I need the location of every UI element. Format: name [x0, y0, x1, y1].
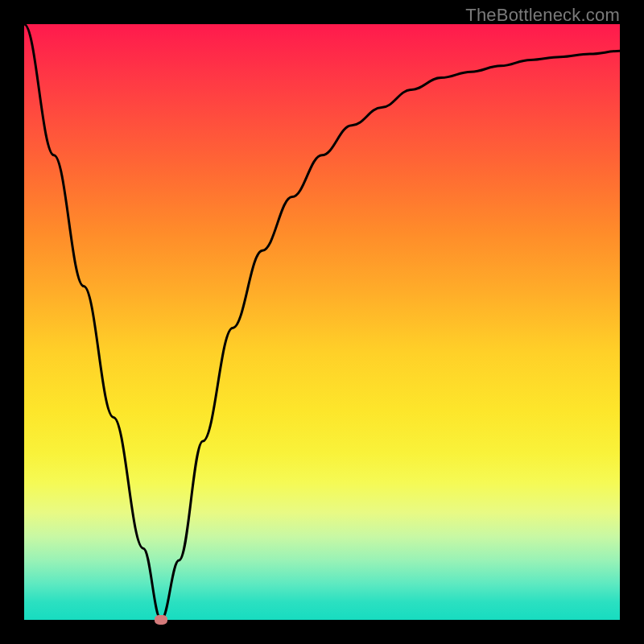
bottleneck-curve	[24, 24, 620, 620]
chart-frame: TheBottleneck.com	[0, 0, 644, 644]
plot-area	[24, 24, 620, 620]
watermark-text: TheBottleneck.com	[465, 5, 620, 26]
bottleneck-marker	[155, 615, 167, 625]
